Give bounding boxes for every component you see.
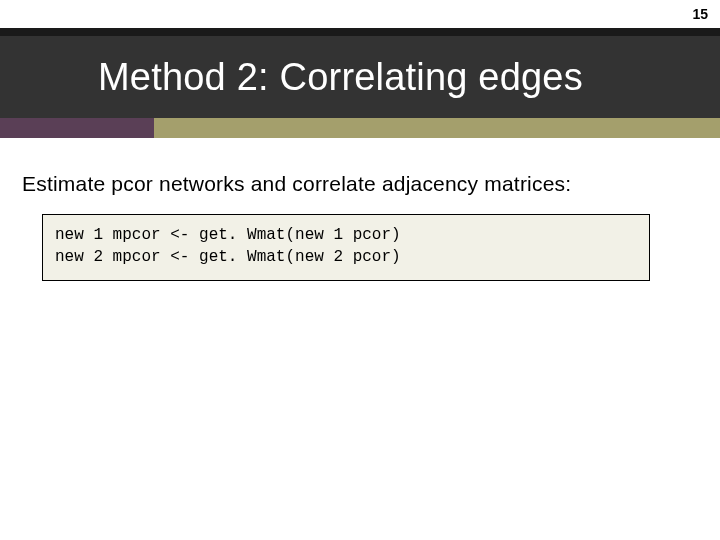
slide: 15 Method 2: Correlating edges Estimate …	[0, 0, 720, 540]
accent-bar	[0, 118, 720, 138]
accent-left	[0, 118, 154, 138]
title-bar: Method 2: Correlating edges	[0, 36, 720, 118]
slide-title: Method 2: Correlating edges	[0, 56, 583, 99]
code-block: new 1 mpcor <- get. Wmat(new 1 pcor) new…	[42, 214, 650, 281]
accent-right	[154, 118, 720, 138]
body-paragraph: Estimate pcor networks and correlate adj…	[22, 172, 571, 196]
top-divider	[0, 28, 720, 36]
page-number: 15	[692, 6, 708, 22]
